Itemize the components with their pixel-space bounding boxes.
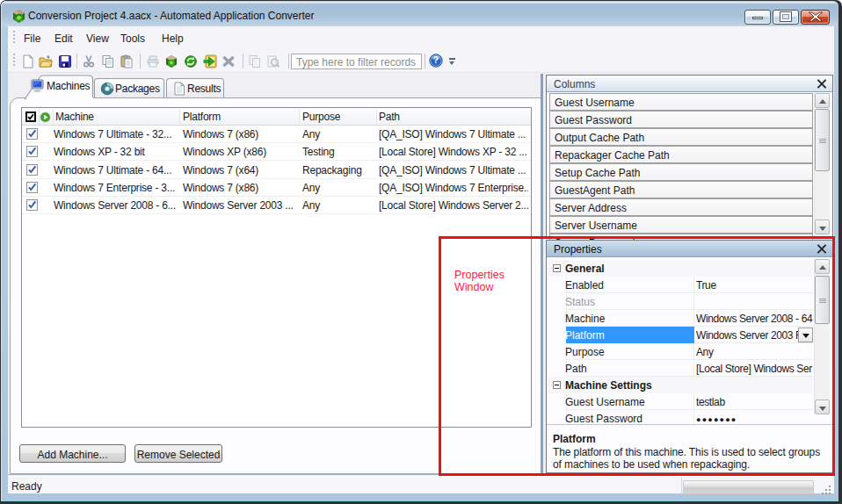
svg-text:?: ? — [433, 55, 439, 65]
